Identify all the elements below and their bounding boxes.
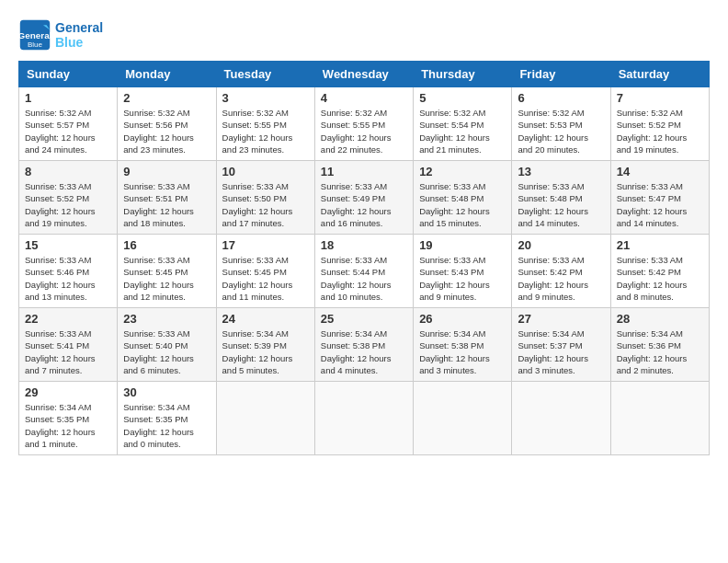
day-info: Sunrise: 5:33 AMSunset: 5:50 PMDaylight:… — [222, 180, 309, 229]
day-info: Sunrise: 5:33 AMSunset: 5:41 PMDaylight:… — [25, 327, 111, 376]
calendar-cell: 4Sunrise: 5:32 AMSunset: 5:55 PMDaylight… — [314, 87, 413, 161]
calendar-cell — [216, 382, 314, 455]
calendar-cell — [314, 382, 413, 455]
calendar-cell: 10Sunrise: 5:33 AMSunset: 5:50 PMDayligh… — [216, 161, 314, 235]
day-info: Sunrise: 5:33 AMSunset: 5:51 PMDaylight:… — [123, 180, 210, 229]
day-number: 22 — [25, 312, 111, 326]
day-info: Sunrise: 5:33 AMSunset: 5:45 PMDaylight:… — [222, 254, 309, 303]
calendar-week-row: 15Sunrise: 5:33 AMSunset: 5:46 PMDayligh… — [19, 235, 710, 308]
day-info: Sunrise: 5:34 AMSunset: 5:35 PMDaylight:… — [123, 401, 210, 450]
day-of-week-header: Sunday — [19, 62, 118, 87]
day-number: 18 — [321, 238, 407, 252]
calendar-cell: 15Sunrise: 5:33 AMSunset: 5:46 PMDayligh… — [19, 235, 118, 308]
calendar-cell: 3Sunrise: 5:32 AMSunset: 5:55 PMDaylight… — [216, 87, 314, 161]
calendar-cell: 16Sunrise: 5:33 AMSunset: 5:45 PMDayligh… — [118, 235, 216, 308]
day-number: 15 — [25, 238, 111, 252]
day-of-week-header: Thursday — [414, 62, 512, 87]
day-info: Sunrise: 5:32 AMSunset: 5:55 PMDaylight:… — [321, 107, 407, 155]
logo-text: GeneralBlue — [55, 20, 103, 50]
day-info: Sunrise: 5:33 AMSunset: 5:47 PMDaylight:… — [617, 180, 703, 229]
page-header: General Blue GeneralBlue — [18, 18, 710, 52]
day-number: 4 — [321, 91, 407, 105]
day-info: Sunrise: 5:32 AMSunset: 5:52 PMDaylight:… — [617, 107, 703, 155]
day-info: Sunrise: 5:32 AMSunset: 5:56 PMDaylight:… — [123, 107, 210, 155]
day-info: Sunrise: 5:33 AMSunset: 5:52 PMDaylight:… — [25, 180, 111, 229]
calendar-week-row: 1Sunrise: 5:32 AMSunset: 5:57 PMDaylight… — [19, 87, 710, 161]
day-number: 17 — [222, 238, 309, 252]
calendar: SundayMondayTuesdayWednesdayThursdayFrid… — [18, 61, 710, 455]
calendar-cell — [610, 382, 709, 455]
day-info: Sunrise: 5:32 AMSunset: 5:54 PMDaylight:… — [419, 107, 506, 155]
day-info: Sunrise: 5:33 AMSunset: 5:43 PMDaylight:… — [419, 254, 506, 303]
calendar-week-row: 29Sunrise: 5:34 AMSunset: 5:35 PMDayligh… — [19, 382, 710, 455]
day-number: 25 — [321, 312, 407, 326]
calendar-cell: 21Sunrise: 5:33 AMSunset: 5:42 PMDayligh… — [610, 235, 709, 308]
calendar-cell: 17Sunrise: 5:33 AMSunset: 5:45 PMDayligh… — [216, 235, 314, 308]
svg-text:General: General — [18, 30, 51, 40]
day-info: Sunrise: 5:33 AMSunset: 5:49 PMDaylight:… — [321, 180, 407, 229]
day-number: 9 — [123, 165, 210, 178]
calendar-cell: 26Sunrise: 5:34 AMSunset: 5:38 PMDayligh… — [414, 308, 512, 382]
day-info: Sunrise: 5:34 AMSunset: 5:38 PMDaylight:… — [419, 327, 506, 376]
calendar-week-row: 8Sunrise: 5:33 AMSunset: 5:52 PMDaylight… — [19, 161, 710, 235]
calendar-cell: 25Sunrise: 5:34 AMSunset: 5:38 PMDayligh… — [314, 308, 413, 382]
day-number: 7 — [617, 91, 703, 105]
svg-text:Blue: Blue — [28, 40, 43, 49]
day-info: Sunrise: 5:32 AMSunset: 5:55 PMDaylight:… — [222, 107, 309, 155]
day-of-week-header: Monday — [118, 62, 216, 87]
day-info: Sunrise: 5:33 AMSunset: 5:48 PMDaylight:… — [419, 180, 506, 229]
day-number: 28 — [617, 312, 703, 326]
calendar-cell: 23Sunrise: 5:33 AMSunset: 5:40 PMDayligh… — [118, 308, 216, 382]
calendar-week-row: 22Sunrise: 5:33 AMSunset: 5:41 PMDayligh… — [19, 308, 710, 382]
calendar-cell: 7Sunrise: 5:32 AMSunset: 5:52 PMDaylight… — [610, 87, 709, 161]
calendar-cell: 24Sunrise: 5:34 AMSunset: 5:39 PMDayligh… — [216, 308, 314, 382]
day-info: Sunrise: 5:33 AMSunset: 5:46 PMDaylight:… — [25, 254, 111, 303]
day-number: 27 — [518, 312, 604, 326]
day-number: 2 — [123, 91, 210, 105]
logo: General Blue GeneralBlue — [18, 18, 103, 52]
day-number: 1 — [25, 91, 111, 105]
day-info: Sunrise: 5:33 AMSunset: 5:44 PMDaylight:… — [321, 254, 407, 303]
calendar-cell: 12Sunrise: 5:33 AMSunset: 5:48 PMDayligh… — [414, 161, 512, 235]
day-number: 10 — [222, 165, 309, 178]
calendar-cell: 30Sunrise: 5:34 AMSunset: 5:35 PMDayligh… — [118, 382, 216, 455]
day-of-week-header: Friday — [512, 62, 610, 87]
calendar-cell: 6Sunrise: 5:32 AMSunset: 5:53 PMDaylight… — [512, 87, 610, 161]
calendar-header-row: SundayMondayTuesdayWednesdayThursdayFrid… — [19, 62, 710, 87]
day-number: 23 — [123, 312, 210, 326]
day-info: Sunrise: 5:34 AMSunset: 5:39 PMDaylight:… — [222, 327, 309, 376]
day-number: 8 — [25, 165, 111, 178]
day-info: Sunrise: 5:33 AMSunset: 5:42 PMDaylight:… — [518, 254, 604, 303]
day-info: Sunrise: 5:34 AMSunset: 5:38 PMDaylight:… — [321, 327, 407, 376]
day-number: 21 — [617, 238, 703, 252]
calendar-cell: 13Sunrise: 5:33 AMSunset: 5:48 PMDayligh… — [512, 161, 610, 235]
day-number: 11 — [321, 165, 407, 178]
day-info: Sunrise: 5:32 AMSunset: 5:53 PMDaylight:… — [518, 107, 604, 155]
calendar-cell: 20Sunrise: 5:33 AMSunset: 5:42 PMDayligh… — [512, 235, 610, 308]
calendar-cell: 2Sunrise: 5:32 AMSunset: 5:56 PMDaylight… — [118, 87, 216, 161]
logo-icon: General Blue — [18, 18, 51, 52]
day-info: Sunrise: 5:32 AMSunset: 5:57 PMDaylight:… — [25, 107, 111, 155]
day-info: Sunrise: 5:33 AMSunset: 5:48 PMDaylight:… — [518, 180, 604, 229]
day-number: 24 — [222, 312, 309, 326]
day-info: Sunrise: 5:33 AMSunset: 5:42 PMDaylight:… — [617, 254, 703, 303]
calendar-cell: 22Sunrise: 5:33 AMSunset: 5:41 PMDayligh… — [19, 308, 118, 382]
calendar-cell: 1Sunrise: 5:32 AMSunset: 5:57 PMDaylight… — [19, 87, 118, 161]
calendar-cell: 11Sunrise: 5:33 AMSunset: 5:49 PMDayligh… — [314, 161, 413, 235]
day-of-week-header: Tuesday — [216, 62, 314, 87]
calendar-cell: 28Sunrise: 5:34 AMSunset: 5:36 PMDayligh… — [610, 308, 709, 382]
calendar-cell: 27Sunrise: 5:34 AMSunset: 5:37 PMDayligh… — [512, 308, 610, 382]
day-number: 14 — [617, 165, 703, 178]
day-of-week-header: Wednesday — [314, 62, 413, 87]
day-info: Sunrise: 5:34 AMSunset: 5:36 PMDaylight:… — [617, 327, 703, 376]
day-info: Sunrise: 5:33 AMSunset: 5:40 PMDaylight:… — [123, 327, 210, 376]
day-number: 19 — [419, 238, 506, 252]
day-of-week-header: Saturday — [610, 62, 709, 87]
calendar-cell: 14Sunrise: 5:33 AMSunset: 5:47 PMDayligh… — [610, 161, 709, 235]
day-number: 30 — [123, 385, 210, 399]
day-number: 3 — [222, 91, 309, 105]
day-number: 13 — [518, 165, 604, 178]
day-number: 20 — [518, 238, 604, 252]
day-number: 16 — [123, 238, 210, 252]
calendar-cell: 29Sunrise: 5:34 AMSunset: 5:35 PMDayligh… — [19, 382, 118, 455]
